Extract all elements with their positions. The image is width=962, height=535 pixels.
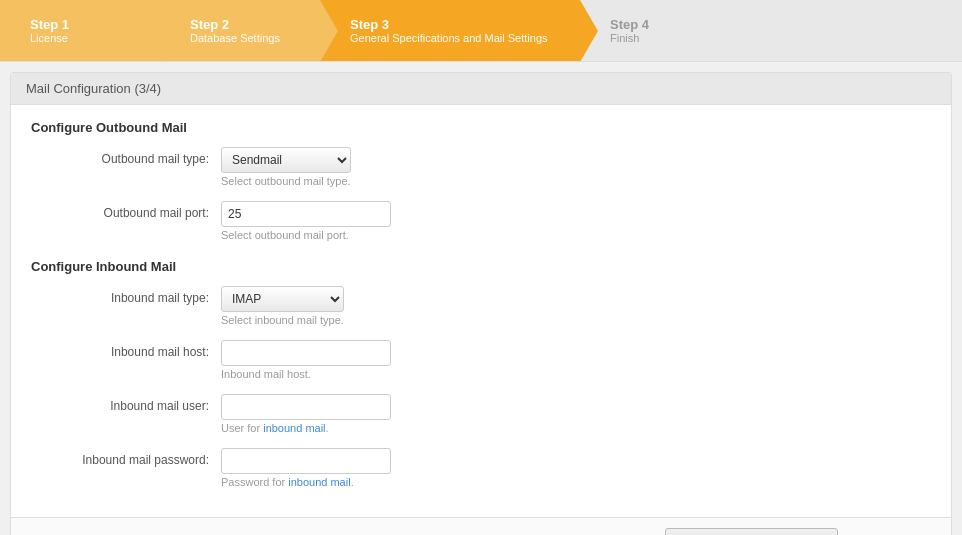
outbound-type-label: Outbound mail type: <box>31 147 221 166</box>
step4-label: Finish <box>610 32 649 44</box>
section-title: Mail Configuration (3/4) <box>26 81 161 96</box>
inbound-mail-link2[interactable]: inbound mail <box>288 476 350 488</box>
inbound-password-group: Inbound mail password: Password for inbo… <box>31 448 931 498</box>
inbound-type-select[interactable]: IMAP POP3 <box>221 286 344 312</box>
inbound-title: Configure Inbound Mail <box>31 259 931 274</box>
inbound-user-label: Inbound mail user: <box>31 394 221 413</box>
footer-bar: Check mail configuration or Skip this st… <box>11 517 951 535</box>
step2-label: Database Settings <box>190 32 280 44</box>
inbound-user-group: Inbound mail user: User for inbound mail… <box>31 394 931 444</box>
inbound-host-label: Inbound mail host: <box>31 340 221 359</box>
outbound-type-hint: Select outbound mail type. <box>221 175 351 187</box>
step2-number: Step 2 <box>190 17 280 32</box>
outbound-port-label: Outbound mail port: <box>31 201 221 220</box>
wizard-step-2[interactable]: Step 2 Database Settings <box>160 0 320 61</box>
inbound-mail-link[interactable]: inbound mail <box>263 422 325 434</box>
outbound-type-select[interactable]: Sendmail SMTP PHP Mail <box>221 147 351 173</box>
outbound-port-hint: Select outbound mail port. <box>221 229 391 241</box>
inbound-type-label: Inbound mail type: <box>31 286 221 305</box>
outbound-port-input[interactable] <box>221 201 391 227</box>
inbound-type-hint: Select inbound mail type. <box>221 314 344 326</box>
inbound-password-input[interactable] <box>221 448 391 474</box>
outbound-title: Configure Outbound Mail <box>31 120 931 135</box>
step4-number: Step 4 <box>610 17 649 32</box>
inbound-host-group: Inbound mail host: Inbound mail host. <box>31 340 931 390</box>
wizard-step-1[interactable]: Step 1 License <box>0 0 160 61</box>
wizard-header: Step 1 License Step 2 Database Settings … <box>0 0 962 62</box>
inbound-user-input[interactable] <box>221 394 391 420</box>
outbound-port-group: Outbound mail port: Select outbound mail… <box>31 201 931 251</box>
step3-number: Step 3 <box>350 17 548 32</box>
section-header: Mail Configuration (3/4) <box>11 73 951 105</box>
inbound-host-hint: Inbound mail host. <box>221 368 391 380</box>
wizard-step-3[interactable]: Step 3 General Specifications and Mail S… <box>320 0 580 61</box>
wizard-step-4[interactable]: Step 4 Finish <box>580 0 962 61</box>
step1-label: License <box>30 32 69 44</box>
main-content: Mail Configuration (3/4) Configure Outbo… <box>10 72 952 535</box>
inbound-user-hint: User for inbound mail. <box>221 422 391 434</box>
inbound-host-input[interactable] <box>221 340 391 366</box>
outbound-type-group: Outbound mail type: Sendmail SMTP PHP Ma… <box>31 147 931 197</box>
inbound-type-group: Inbound mail type: IMAP POP3 Select inbo… <box>31 286 931 336</box>
inbound-password-hint: Password for inbound mail. <box>221 476 391 488</box>
step3-label: General Specifications and Mail Settings <box>350 32 548 44</box>
section-body: Configure Outbound Mail Outbound mail ty… <box>11 105 951 517</box>
step1-number: Step 1 <box>30 17 69 32</box>
inbound-password-label: Inbound mail password: <box>31 448 221 467</box>
check-mail-button[interactable]: Check mail configuration <box>665 528 838 535</box>
